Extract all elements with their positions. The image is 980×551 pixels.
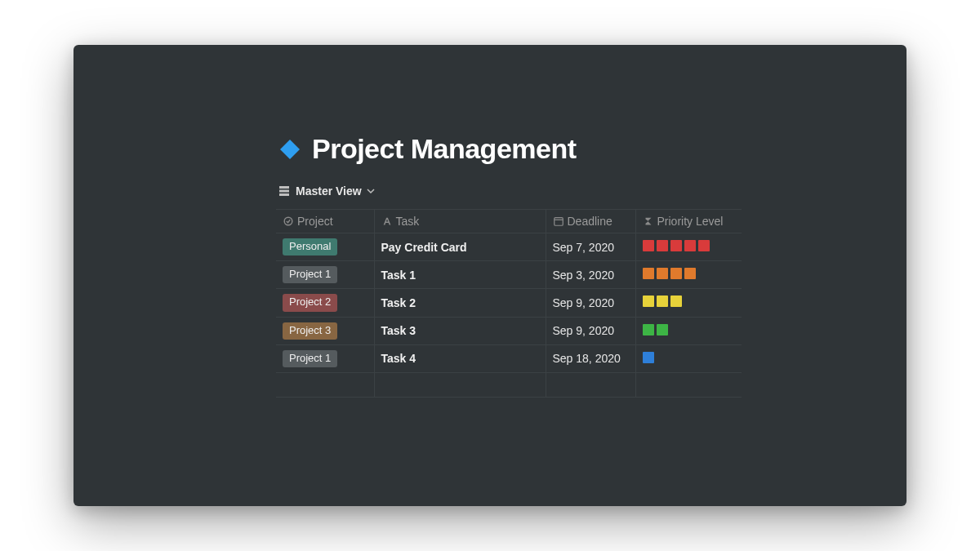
relation-icon: [283, 216, 294, 227]
cell-project[interactable]: Personal: [276, 233, 374, 261]
priority-square-icon: [643, 352, 654, 363]
cell-task[interactable]: Task 2: [374, 289, 546, 317]
cell-deadline[interactable]: Sep 3, 2020: [546, 261, 635, 289]
priority-indicator: [643, 324, 668, 335]
project-tag[interactable]: Project 2: [283, 294, 337, 311]
cell-priority: [635, 289, 742, 317]
table-view-icon: [278, 184, 291, 198]
view-selector[interactable]: Master View: [276, 181, 376, 201]
column-header-priority[interactable]: Priority Level: [635, 210, 742, 233]
table-row[interactable]: Project 1Task 4Sep 18, 2020: [276, 344, 742, 372]
column-label: Priority Level: [657, 215, 724, 228]
priority-square-icon: [670, 240, 682, 251]
cell-project[interactable]: Project 2: [276, 289, 374, 317]
project-tag[interactable]: Personal: [283, 238, 337, 256]
svg-point-1: [284, 217, 292, 225]
cell-priority: [635, 344, 742, 372]
priority-square-icon: [657, 240, 668, 251]
priority-square-icon: [684, 240, 696, 251]
column-header-project[interactable]: Project: [276, 210, 374, 233]
project-tag[interactable]: Project 1: [283, 350, 337, 367]
svg-rect-0: [280, 139, 300, 158]
priority-square-icon: [698, 240, 710, 251]
page-header: Project Management: [276, 133, 742, 165]
column-label: Project: [297, 215, 333, 228]
view-label: Master View: [296, 184, 362, 198]
cell-task[interactable]: Task 4: [374, 344, 546, 372]
priority-square-icon: [657, 268, 668, 279]
page-content: Project Management Master View Project T…: [276, 133, 742, 398]
table-row[interactable]: PersonalPay Credit CardSep 7, 2020: [276, 233, 742, 261]
cell-deadline[interactable]: Sep 18, 2020: [546, 344, 635, 372]
table-row[interactable]: Project 3Task 3Sep 9, 2020: [276, 317, 742, 344]
priority-indicator: [643, 295, 682, 307]
title-icon: [381, 216, 393, 227]
cell-task[interactable]: Task 3: [374, 317, 546, 344]
column-header-task[interactable]: Task: [374, 210, 546, 233]
table-row[interactable]: Project 2Task 2Sep 9, 2020: [276, 289, 742, 317]
database-table: Project Task Deadline Priority Level Per…: [276, 209, 742, 398]
page-diamond-icon: [276, 136, 304, 163]
priority-indicator: [643, 268, 696, 279]
cell-priority: [635, 233, 742, 261]
cell-project[interactable]: Project 1: [276, 261, 374, 289]
column-label: Task: [396, 215, 420, 228]
empty-row[interactable]: [276, 372, 742, 397]
calendar-icon: [553, 216, 564, 227]
priority-square-icon: [670, 268, 682, 279]
project-tag[interactable]: Project 1: [283, 266, 337, 283]
cell-deadline[interactable]: Sep 9, 2020: [546, 317, 635, 344]
column-label: Deadline: [568, 215, 612, 228]
priority-indicator: [643, 240, 710, 251]
priority-square-icon: [684, 268, 696, 279]
table-row[interactable]: Project 1Task 1Sep 3, 2020: [276, 261, 742, 289]
priority-square-icon: [643, 240, 654, 251]
priority-square-icon: [670, 295, 682, 307]
priority-square-icon: [657, 324, 668, 335]
cell-priority: [635, 261, 742, 289]
column-header-deadline[interactable]: Deadline: [546, 210, 635, 233]
formula-icon: [643, 216, 654, 227]
app-window: Project Management Master View Project T…: [74, 45, 906, 506]
priority-indicator: [643, 352, 654, 363]
table-header-row: Project Task Deadline Priority Level: [276, 210, 742, 233]
cell-task[interactable]: Pay Credit Card: [374, 233, 546, 261]
priority-square-icon: [643, 268, 654, 279]
cell-deadline[interactable]: Sep 7, 2020: [546, 233, 635, 261]
priority-square-icon: [643, 324, 654, 335]
cell-task[interactable]: Task 1: [374, 261, 546, 289]
project-tag[interactable]: Project 3: [283, 322, 337, 340]
cell-project[interactable]: Project 1: [276, 344, 374, 372]
chevron-down-icon: [367, 187, 375, 195]
svg-rect-2: [554, 218, 563, 226]
page-title: Project Management: [312, 133, 577, 165]
priority-square-icon: [657, 295, 668, 307]
cell-deadline[interactable]: Sep 9, 2020: [546, 289, 635, 317]
cell-project[interactable]: Project 3: [276, 317, 374, 344]
priority-square-icon: [643, 295, 654, 307]
cell-priority: [635, 317, 742, 344]
